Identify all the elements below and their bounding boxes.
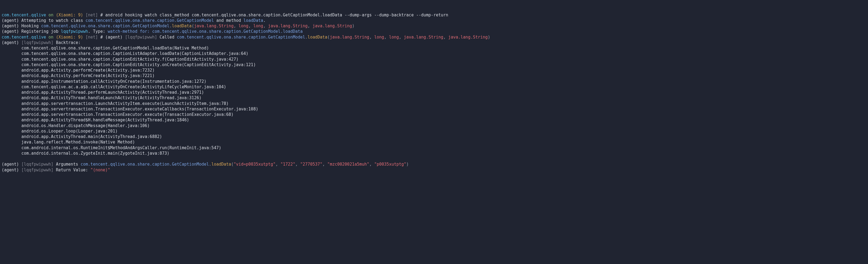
arguments-line: (agent) [lqqfpwipwwh] Arguments com.tenc… [2,162,409,167]
log-text: , [263,24,268,28]
backtrace-frame: android.os.Looper.loop(Looper.java:201) [2,129,118,134]
prompt-hash: # [100,35,103,40]
log-text: . [209,162,212,167]
method-name: loadData [212,162,231,167]
log-text: ) [406,162,409,167]
prompt-device: (Xiaomi: 9) [56,35,83,40]
prompt-on: on [49,35,54,40]
log-text: , [369,162,374,167]
log-text: Return Value: [54,168,90,172]
log-text: , [234,24,239,28]
prompt-on: on [49,12,54,18]
method-name: loadData [172,24,191,28]
prompt-line: com.tencent.qqlive on (Xiaomi: 9) [net] … [2,35,490,40]
prompt-scope: [net] [86,12,98,18]
log-text: Registering job [21,29,61,34]
arg-type: long [253,24,263,28]
log-text: . [263,18,266,23]
backtrace-frame: android.app.servertransaction.Transactio… [2,112,234,117]
backtrace-frame: android.app.servertransaction.LaunchActi… [2,101,229,106]
backtrace-header: (agent) [lqqfpwipwwh] Backtrace: [2,40,81,45]
agent-tag: (agent) [2,162,21,167]
class-name: com.tencent.qqlive.ona.share.caption.Get… [86,18,214,23]
backtrace-frame: android.app.Activity.performCreate(Activ… [2,73,155,78]
agent-tag: (agent) [105,35,125,40]
terminal-output[interactable]: com.tencent.qqlive on (Xiaomi: 9) [net] … [2,12,866,173]
backtrace-frame: android.app.Activity.performCreate(Activ… [2,68,155,73]
arg-type: java.lang.String [448,35,488,40]
backtrace-frame: com.tencent.qqlive.ona.share.caption.Cap… [2,62,256,67]
job-id: lqqfpwipwwh [61,29,88,34]
job-tag: [lqqfpwipwwh] [21,40,53,45]
log-text: , [275,162,280,167]
backtrace-frame: com.tencent.qqlive.ona.share.caption.Cap… [2,51,248,56]
agent-tag: (agent) [2,29,21,34]
log-line-hooking: (agent) Hooking com.tencent.qqlive.ona.s… [2,24,354,28]
job-tag: [lqqfpwipwwh] [21,162,53,167]
arg-value: "1722" [281,162,296,167]
class-name: com.tencent.qqlive.ona.share.caption.Get… [41,24,170,28]
log-text: Attempting to watch class [21,18,86,23]
backtrace-frame: com.tencent.qqlive.ona.share.caption.Get… [2,46,209,51]
log-text: . Type: [88,29,107,34]
prompt-scope: [net] [86,35,98,40]
backtrace-frame: android.app.ActivityThread$H.handleMessa… [2,118,189,122]
log-text: , [308,24,313,28]
log-text: Arguments [54,162,81,167]
method-name: loadData [243,18,263,23]
log-text: ) [488,35,490,40]
job-type: watch-method [107,29,137,34]
log-text: , [443,35,448,40]
prompt-hash: # [100,12,103,18]
arg-type: long [374,35,384,40]
backtrace-frame: com.android.internal.os.RuntimeInit$Meth… [2,145,221,150]
log-text: and method [214,18,243,23]
log-text: Backtrace: [54,40,81,45]
class-name: com.tencent.qqlive.ona.share.caption.Get… [81,162,209,167]
job-tag: [lqqfpwipwwh] [21,168,53,172]
arg-type: java.lang.String [194,24,234,28]
log-text: . [305,35,308,40]
log-text: ( [231,162,234,167]
return-value: "(none)" [90,168,110,172]
arg-type: java.lang.String [404,35,443,40]
arg-value: "p0035xutptg" [374,162,406,167]
log-text: ) [352,24,354,28]
arg-type: java.lang.String [330,35,369,40]
log-text: , [399,35,404,40]
log-text: Called [157,35,177,40]
log-text: , [322,162,327,167]
log-text: for: [137,29,152,34]
prompt-app: com.tencent.qqlive [2,35,46,40]
prompt-device: (Xiaomi: 9) [56,12,83,18]
command-text[interactable]: android hooking watch class_method com.t… [105,12,448,18]
backtrace-frame: android.os.Handler.dispatchMessage(Handl… [2,123,150,128]
log-line-register: (agent) Registering job lqqfpwipwwh. Typ… [2,29,303,34]
agent-tag: (agent) [2,168,21,172]
target-method: com.tencent.qqlive.ona.share.caption.Get… [152,29,303,34]
arg-value: "vid=p0035xutptg" [234,162,276,167]
arg-value: "mzc0020021a5muh" [327,162,369,167]
backtrace-frame: android.app.ActivityThread.performLaunch… [2,90,204,95]
arg-type: long [389,35,399,40]
class-name: com.tencent.qqlive.ona.share.caption.Get… [177,35,305,40]
backtrace-frame: com.tencent.qqlive.ona.share.caption.Cap… [2,57,239,62]
log-text: , [369,35,374,40]
log-line-attempt: (agent) Attempting to watch class com.te… [2,18,266,23]
agent-tag: (agent) [2,18,21,23]
agent-tag: (agent) [2,40,21,45]
method-name: loadData [308,35,327,40]
backtrace-frame: android.app.servertransaction.Transactio… [2,107,258,112]
arg-value: "2770537" [300,162,322,167]
log-text: , [248,24,253,28]
log-text: , [384,35,389,40]
log-text: . [169,24,172,28]
prompt-app: com.tencent.qqlive [2,12,46,18]
arg-type: long [239,24,248,28]
log-text: Hooking [21,24,41,28]
backtrace-frame: android.app.Instrumentation.callActivity… [2,79,207,84]
log-text: , [296,162,300,167]
backtrace-frame: com.tencent.qqlive.ac.a.a$b.callActivity… [2,84,226,89]
log-text: ( [327,35,330,40]
prompt-line: com.tencent.qqlive on (Xiaomi: 9) [net] … [2,12,448,18]
